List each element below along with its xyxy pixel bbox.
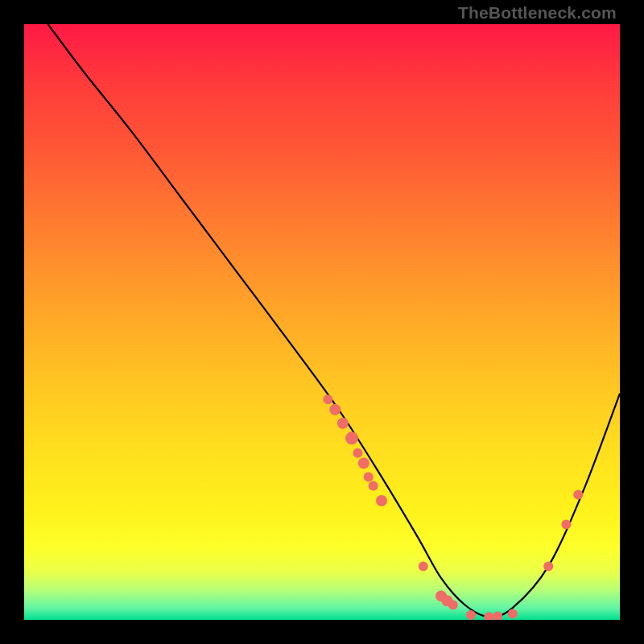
curve-marker bbox=[364, 472, 374, 481]
bottleneck-curve-svg bbox=[24, 24, 620, 620]
curve-marker bbox=[358, 457, 369, 469]
curve-marker bbox=[493, 612, 502, 620]
curve-marker bbox=[484, 612, 493, 620]
curve-markers bbox=[323, 394, 583, 620]
curve-marker bbox=[508, 609, 518, 619]
curve-marker bbox=[323, 394, 332, 404]
curve-marker bbox=[369, 481, 378, 491]
bottleneck-curve-path bbox=[48, 24, 620, 617]
curve-marker bbox=[353, 448, 362, 458]
curve-marker bbox=[573, 490, 583, 500]
curve-marker bbox=[466, 610, 476, 620]
curve-marker bbox=[561, 520, 571, 530]
curve-marker bbox=[345, 431, 358, 444]
curve-marker bbox=[419, 561, 428, 571]
curve-marker bbox=[543, 561, 553, 571]
curve-marker bbox=[337, 418, 349, 429]
curve-marker bbox=[329, 404, 341, 415]
curve-marker bbox=[448, 601, 458, 610]
curve-marker bbox=[376, 495, 387, 506]
watermark-text: TheBottleneck.com bbox=[458, 3, 617, 23]
